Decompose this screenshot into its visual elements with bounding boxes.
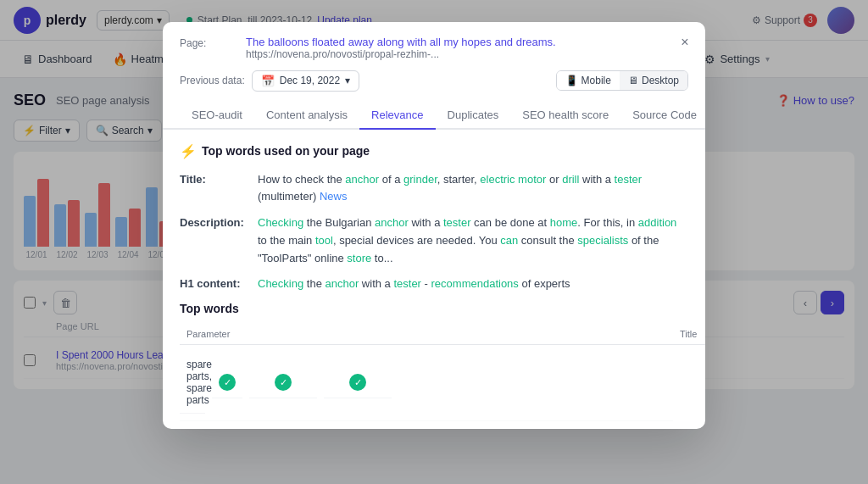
modal-page-info: The balloons floated away along with all…	[246, 36, 556, 60]
info-title-value: How to check the anchor of a grinder, st…	[258, 171, 688, 207]
highlight-recommendations: recommendations	[431, 277, 519, 290]
modal-prev-label: Previous data:	[180, 75, 245, 86]
mobile-label: Mobile	[581, 75, 611, 86]
modal-body: ⚡ Top words used on your page Title: How…	[163, 130, 705, 429]
lightning-icon: ⚡	[180, 143, 197, 159]
modal-page-title[interactable]: The balloons floated away along with all…	[246, 36, 556, 48]
highlight-store: store	[347, 252, 371, 264]
top-words-table: Parameter Title Description H1 spare par…	[180, 324, 705, 428]
info-row-h1: H1 content: Checking the anchor with a t…	[180, 275, 688, 293]
date-picker[interactable]: 📅 Dec 19, 2022 ▾	[252, 70, 359, 92]
modal-dialog: × Page: The balloons floated away along …	[163, 22, 705, 429]
highlight-news: News	[320, 190, 348, 203]
highlight-tester3: tester	[393, 277, 421, 290]
section-title-text: Top words used on your page	[202, 144, 370, 158]
modal-tabs: SEO-audit Content analysis Relevance Dup…	[163, 102, 705, 130]
check-icon: ✓	[349, 374, 366, 391]
calendar-icon: 📅	[261, 75, 275, 87]
modal-page-url: https://novena.pro/novosti/propal-rezhim…	[246, 48, 556, 60]
highlight-electric-motor: electric motor	[480, 173, 546, 186]
info-h1-label: H1 content:	[180, 275, 248, 293]
highlight-drill: drill	[562, 173, 579, 186]
info-description-value: Checking the Bulgarian anchor with a tes…	[258, 214, 688, 267]
title-check: ✓	[212, 367, 242, 398]
table-header-row: Parameter Title Description H1	[180, 324, 705, 345]
desc-check: ✓	[249, 367, 317, 398]
info-h1-value: Checking the anchor with a tester - reco…	[258, 275, 688, 293]
modal-header: Page: The balloons floated away along wi…	[163, 22, 705, 102]
highlight-anchor2: anchor	[375, 216, 409, 229]
col-parameter: Parameter	[180, 324, 673, 345]
highlight-anchor: anchor	[345, 173, 379, 186]
modal-page-row: Page: The balloons floated away along wi…	[180, 36, 688, 60]
highlight-can: can	[500, 234, 518, 247]
highlight-tester: tester	[615, 173, 643, 186]
tab-duplicates[interactable]: Duplicates	[436, 102, 511, 130]
highlight-checking2: Checking	[258, 277, 303, 290]
desktop-label: Desktop	[642, 75, 679, 86]
highlight-grinder: grinder	[403, 173, 437, 186]
modal-close-button[interactable]: ×	[675, 32, 695, 53]
view-toggle: 📱 Mobile 🖥 Desktop	[556, 70, 688, 91]
tab-seo-health-score[interactable]: SEO health score	[510, 102, 620, 130]
check-icon: ✓	[219, 374, 236, 391]
table-row: perforator, perforator, perforators, per…	[180, 421, 673, 428]
date-value: Dec 19, 2022	[280, 75, 340, 86]
table-row: spare parts, spare parts ✓ ✓ ✓	[180, 345, 673, 421]
modal-prev-row: Previous data: 📅 Dec 19, 2022 ▾ 📱 Mobile…	[180, 70, 688, 92]
section-title: ⚡ Top words used on your page	[180, 143, 688, 159]
chevron-down-icon: ▾	[345, 75, 350, 86]
mobile-view-button[interactable]: 📱 Mobile	[557, 71, 620, 90]
col-title: Title	[673, 324, 704, 345]
highlight-home: home	[550, 216, 578, 229]
info-row-description: Description: Checking the Bulgarian anch…	[180, 214, 688, 267]
top-words-title: Top words	[180, 302, 688, 315]
tab-content-analysis[interactable]: Content analysis	[254, 102, 359, 130]
mobile-icon: 📱	[565, 75, 578, 86]
tab-seo-audit[interactable]: SEO-audit	[180, 102, 254, 130]
highlight-tool: tool	[315, 234, 333, 247]
modal-page-label: Page:	[180, 36, 239, 49]
highlight-checking: Checking	[258, 216, 303, 229]
highlight-anchor3: anchor	[326, 277, 359, 290]
word-cell: spare parts, spare parts	[180, 352, 205, 414]
desktop-icon: 🖥	[628, 75, 638, 86]
highlight-addition: addition	[638, 216, 677, 229]
h1-check: ✓	[324, 367, 392, 398]
highlight-specialists: specialists	[577, 234, 628, 247]
info-title-label: Title:	[180, 171, 248, 207]
check-icon: ✓	[275, 374, 292, 391]
tab-relevance[interactable]: Relevance	[359, 102, 435, 130]
info-row-title: Title: How to check the anchor of a grin…	[180, 171, 688, 207]
info-description-label: Description:	[180, 214, 248, 267]
highlight-tester2: tester	[443, 216, 471, 229]
desktop-view-button[interactable]: 🖥 Desktop	[620, 71, 687, 90]
modal-overlay: × Page: The balloons floated away along …	[0, 0, 868, 484]
tab-source-code[interactable]: Source Code	[620, 102, 705, 130]
col-description: Description	[704, 324, 705, 345]
